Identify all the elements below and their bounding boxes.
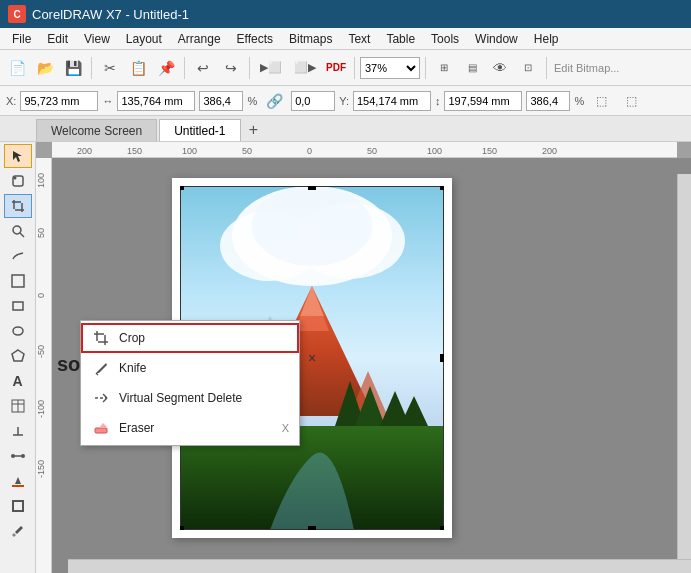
- new-button[interactable]: 📄: [4, 55, 30, 81]
- handle-bottom-left[interactable]: [180, 526, 184, 530]
- mirror-h-button[interactable]: ⬚: [588, 88, 614, 114]
- edit-bitmap-label: Edit Bitmap...: [552, 62, 621, 74]
- snap-button[interactable]: ⊞: [431, 55, 457, 81]
- tab-welcome[interactable]: Welcome Screen: [36, 119, 157, 141]
- handle-top-right[interactable]: [440, 186, 444, 190]
- mirror-v-button[interactable]: ⬚: [618, 88, 644, 114]
- x-input[interactable]: [20, 91, 98, 111]
- menu-tools[interactable]: Tools: [423, 30, 467, 48]
- redo-button[interactable]: ↪: [218, 55, 244, 81]
- zoom-selector[interactable]: 37% 50% 75% 100%: [360, 57, 420, 79]
- settings-right[interactable]: ⊡: [515, 55, 541, 81]
- left-toolbar: A: [0, 142, 36, 573]
- text-tool[interactable]: A: [4, 369, 32, 393]
- svg-text:100: 100: [36, 173, 46, 188]
- polygon-tool[interactable]: [4, 344, 32, 368]
- sep1: [91, 57, 92, 79]
- tab-add-button[interactable]: +: [243, 119, 265, 141]
- height-arrow-label: ↕: [435, 95, 441, 107]
- main-area: A 200 150 100 50 0: [0, 142, 691, 573]
- svg-point-6: [13, 226, 21, 234]
- tab-untitled1[interactable]: Untitled-1: [159, 119, 240, 141]
- toolbar: 📄 📂 💾 ✂ 📋 📌 ↩ ↪ ▶⬜ ⬜▶ PDF 37% 50% 75% 10…: [0, 50, 691, 86]
- width-input[interactable]: [117, 91, 195, 111]
- menu-item-eraser[interactable]: Eraser X: [81, 413, 299, 443]
- smart-draw-tool[interactable]: [4, 269, 32, 293]
- lock-ratio-button[interactable]: 🔗: [261, 88, 287, 114]
- svg-rect-9: [13, 302, 23, 310]
- eyedropper-tool[interactable]: [4, 519, 32, 543]
- handle-bottom-right[interactable]: [440, 526, 444, 530]
- eye-button[interactable]: 👁: [487, 55, 513, 81]
- menu-help[interactable]: Help: [526, 30, 567, 48]
- dimension-tool[interactable]: [4, 419, 32, 443]
- ellipse-tool[interactable]: [4, 319, 32, 343]
- property-bar: X: ↔ % 🔗 Y: ↕ % ⬚ ⬚: [0, 86, 691, 116]
- menu-table[interactable]: Table: [378, 30, 423, 48]
- crop-icon: [91, 328, 111, 348]
- svg-text:0: 0: [36, 293, 46, 298]
- connector-tool[interactable]: [4, 444, 32, 468]
- table-tool[interactable]: [4, 394, 32, 418]
- menu-item-crop[interactable]: Crop: [81, 323, 299, 353]
- menu-edit[interactable]: Edit: [39, 30, 76, 48]
- tabs-bar: Welcome Screen Untitled-1 +: [0, 116, 691, 142]
- center-mark: ×: [308, 350, 316, 366]
- crop-tool-button[interactable]: [4, 194, 32, 218]
- rect-tool[interactable]: [4, 294, 32, 318]
- crop-dropdown-menu: Crop Knife: [80, 320, 300, 446]
- copy-button[interactable]: 📋: [125, 55, 151, 81]
- crop-label: Crop: [119, 331, 145, 345]
- w-val-input[interactable]: [199, 91, 243, 111]
- shape-tool[interactable]: [4, 169, 32, 193]
- menu-text[interactable]: Text: [340, 30, 378, 48]
- import-button[interactable]: ▶⬜: [255, 55, 287, 81]
- zoom-tool[interactable]: [4, 219, 32, 243]
- handle-top-left[interactable]: [180, 186, 184, 190]
- canvas-content[interactable]: × sobat-tutorial.com: [52, 158, 691, 573]
- paste-button[interactable]: 📌: [153, 55, 179, 81]
- handle-bottom-middle[interactable]: [308, 526, 316, 530]
- scrollbar-horizontal[interactable]: [68, 559, 691, 573]
- export-button[interactable]: ⬜▶: [289, 55, 321, 81]
- fill-tool[interactable]: [4, 469, 32, 493]
- handle-top-middle[interactable]: [308, 186, 316, 190]
- menu-item-vsd[interactable]: Virtual Segment Delete: [81, 383, 299, 413]
- menu-arrange[interactable]: Arrange: [170, 30, 229, 48]
- freehand-tool[interactable]: [4, 244, 32, 268]
- svg-text:150: 150: [482, 146, 497, 156]
- menu-layout[interactable]: Layout: [118, 30, 170, 48]
- pdf-button[interactable]: PDF: [323, 55, 349, 81]
- save-button[interactable]: 💾: [60, 55, 86, 81]
- svg-text:50: 50: [367, 146, 377, 156]
- svg-rect-67: [95, 428, 107, 433]
- height-input[interactable]: [444, 91, 522, 111]
- canvas-area[interactable]: 200 150 100 50 0 50 100 150 200 100 50 0…: [36, 142, 691, 573]
- handle-middle-right[interactable]: [440, 354, 444, 362]
- sep5: [425, 57, 426, 79]
- outline-tool[interactable]: [4, 494, 32, 518]
- menu-bitmaps[interactable]: Bitmaps: [281, 30, 340, 48]
- svg-text:50: 50: [36, 228, 46, 238]
- angle-input[interactable]: [291, 91, 335, 111]
- open-button[interactable]: 📂: [32, 55, 58, 81]
- undo-button[interactable]: ↩: [190, 55, 216, 81]
- sep2: [184, 57, 185, 79]
- y-input[interactable]: [353, 91, 431, 111]
- menu-file[interactable]: File: [4, 30, 39, 48]
- width-arrow-label: ↔: [102, 95, 113, 107]
- scrollbar-vertical[interactable]: [677, 174, 691, 559]
- menu-item-knife[interactable]: Knife: [81, 353, 299, 383]
- percent-label2: %: [574, 95, 584, 107]
- menu-bar: File Edit View Layout Arrange Effects Bi…: [0, 28, 691, 50]
- h-val-input[interactable]: [526, 91, 570, 111]
- menu-effects[interactable]: Effects: [229, 30, 281, 48]
- select-tool[interactable]: [4, 144, 32, 168]
- view-button[interactable]: ▤: [459, 55, 485, 81]
- sep6: [546, 57, 547, 79]
- svg-text:100: 100: [182, 146, 197, 156]
- svg-rect-21: [13, 501, 23, 511]
- menu-window[interactable]: Window: [467, 30, 526, 48]
- menu-view[interactable]: View: [76, 30, 118, 48]
- cut-button[interactable]: ✂: [97, 55, 123, 81]
